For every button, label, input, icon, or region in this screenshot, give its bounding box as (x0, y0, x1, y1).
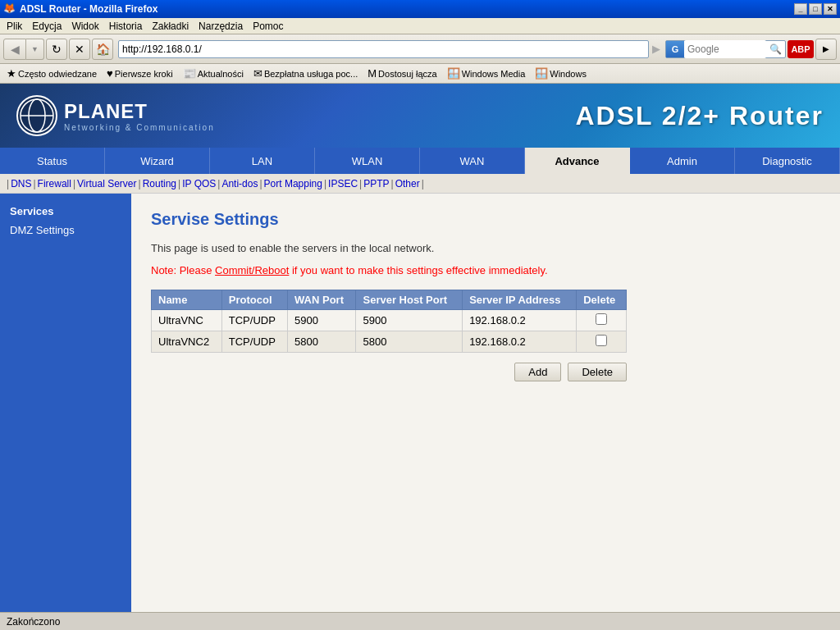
toolbar: ◀ ▼ ↻ ✕ 🏠 ▶ G 🔍 ABP ▶ (0, 34, 840, 64)
news-icon: 📰 (183, 67, 196, 80)
sub-nav-sep: | (7, 178, 9, 189)
refresh-button[interactable]: ↻ (46, 39, 67, 60)
commit-reboot-link[interactable]: Commit/Reboot (215, 264, 289, 276)
note-prefix: Note: Please (151, 264, 215, 276)
bookmark-windows[interactable]: 🪟 Windows (532, 66, 590, 80)
more-tools-button[interactable]: ▶ (815, 39, 837, 60)
go-icon: ▶ (652, 43, 660, 55)
sep3: | (139, 178, 141, 189)
menu-historia[interactable]: Historia (104, 19, 148, 34)
bookmark-label: Aktualności (198, 69, 244, 79)
planet-logo-text: PLANET (64, 100, 215, 123)
bookmark-czesto[interactable]: ★ Często odwiedzane (3, 66, 100, 80)
minimize-button[interactable]: _ (794, 3, 807, 15)
maximize-button[interactable]: □ (809, 3, 822, 15)
search-bar: G 🔍 (665, 40, 786, 58)
add-button[interactable]: Add (514, 363, 561, 381)
cell-protocol: TCP/UDP (221, 331, 287, 353)
cell-name: UltraVNC2 (152, 331, 222, 353)
sidebar-item-dmz[interactable]: DMZ Settings (7, 222, 125, 238)
adblock-badge[interactable]: ABP (788, 40, 814, 58)
table-row: UltraVNC2 TCP/UDP 5800 5800 192.168.0.2 (152, 331, 627, 353)
home-button[interactable]: 🏠 (92, 39, 113, 60)
bookmarks-bar: ★ Często odwiedzane ♥ Pierwsze kroki 📰 A… (0, 64, 840, 84)
statusbar-text: Zakończono (7, 616, 60, 628)
address-bar-container: ▶ (118, 40, 660, 58)
main-layout: Services DMZ Settings Servise Settings T… (0, 194, 840, 612)
tab-advance[interactable]: Advance (525, 148, 630, 174)
search-button[interactable]: 🔍 (766, 43, 785, 55)
menu-plik[interactable]: Plik (2, 19, 27, 34)
menu-edycja[interactable]: Edycja (27, 19, 66, 34)
description-text: This page is used to enable the servers … (151, 242, 820, 254)
nav-tabs: Status Wizard LAN WLAN WAN Advance Admin… (0, 148, 840, 174)
sep10: | (422, 178, 424, 189)
subnav-portmapping[interactable]: Port Mapping (264, 178, 322, 189)
content-area: Servise Settings This page is used to en… (131, 194, 840, 612)
planet-subtitle: Networking & Communication (64, 123, 215, 132)
bookmark-dostosuj[interactable]: M Dostosuj łącza (364, 66, 440, 80)
sidebar-item-services[interactable]: Services (7, 203, 125, 219)
menu-zakladki[interactable]: Zakładki (147, 19, 194, 34)
subnav-routing[interactable]: Routing (143, 178, 176, 189)
tab-status[interactable]: Status (0, 148, 105, 174)
browser-content: PLANET Networking & Communication ADSL 2… (0, 84, 840, 612)
cell-wan-port: 5900 (288, 310, 356, 331)
subnav-other[interactable]: Other (395, 178, 420, 189)
menu-widok[interactable]: Widok (66, 19, 103, 34)
menu-pomoc[interactable]: Pomoc (248, 19, 288, 34)
bookmark-bezplatna[interactable]: ✉ Bezpłatna usługa poc... (250, 66, 361, 80)
cell-ip: 192.168.0.2 (463, 331, 577, 353)
subnav-ipsec[interactable]: IPSEC (328, 178, 358, 189)
cell-ip: 192.168.0.2 (463, 310, 577, 331)
tab-wizard[interactable]: Wizard (105, 148, 210, 174)
tab-admin[interactable]: Admin (630, 148, 735, 174)
bookmark-pierwsze[interactable]: ♥ Pierwsze kroki (103, 66, 176, 80)
sep2: | (73, 178, 75, 189)
subnav-dns[interactable]: DNS (11, 178, 31, 189)
note-text: Note: Please Commit/Reboot if you want t… (151, 264, 820, 276)
subnav-pptp[interactable]: PPTP (363, 178, 389, 189)
back-button[interactable]: ◀ (3, 39, 26, 60)
media-icon: 🪟 (447, 67, 460, 80)
subnav-antidos[interactable]: Anti-dos (221, 178, 258, 189)
forward-dropdown[interactable]: ▼ (26, 39, 44, 60)
tab-wlan[interactable]: WLAN (315, 148, 420, 174)
bookmark-label: Pierwsze kroki (115, 69, 173, 79)
delete-checkbox[interactable] (596, 313, 607, 325)
cell-delete (577, 310, 627, 331)
bookmark-media[interactable]: 🪟 Windows Media (444, 66, 529, 80)
cell-host-port: 5900 (356, 310, 463, 331)
m-icon: M (368, 67, 377, 80)
btn-row: Add Delete (151, 363, 627, 381)
bookmark-aktualnosci[interactable]: 📰 Aktualności (180, 66, 247, 80)
windows-icon: 🪟 (535, 67, 548, 80)
planet-logo-circle (16, 95, 57, 136)
cell-protocol: TCP/UDP (221, 310, 287, 331)
heart-icon: ♥ (107, 67, 113, 80)
cell-wan-port: 5800 (288, 331, 356, 353)
note-suffix: if you want to make this settings effect… (289, 264, 547, 276)
bookmark-label: Dostosuj łącza (378, 69, 437, 79)
sep1: | (33, 178, 35, 189)
cell-name: UltraVNC (152, 310, 222, 331)
delete-checkbox[interactable] (596, 335, 607, 346)
bookmark-label: Windows (550, 69, 587, 79)
services-table: Name Protocol WAN Port Server Host Port … (151, 290, 627, 353)
tab-diagnostic[interactable]: Diagnostic (735, 148, 840, 174)
search-input[interactable] (684, 40, 766, 58)
tab-wan[interactable]: WAN (420, 148, 525, 174)
firefox-icon: 🦊 (3, 2, 16, 16)
menubar: Plik Edycja Widok Historia Zakładki Narz… (0, 18, 840, 34)
delete-button[interactable]: Delete (568, 363, 627, 381)
sep8: | (359, 178, 362, 189)
close-button[interactable]: ✕ (824, 3, 837, 15)
subnav-ipqos[interactable]: IP QOS (182, 178, 216, 189)
subnav-virtualserver[interactable]: Virtual Server (77, 178, 136, 189)
menu-narzedzia[interactable]: Narzędzia (194, 19, 248, 34)
tab-lan[interactable]: LAN (210, 148, 315, 174)
stop-button[interactable]: ✕ (69, 39, 90, 60)
address-input[interactable] (118, 40, 649, 58)
subnav-firewall[interactable]: Firewall (38, 178, 71, 189)
router-title: ADSL 2/2+ Router (575, 101, 824, 131)
